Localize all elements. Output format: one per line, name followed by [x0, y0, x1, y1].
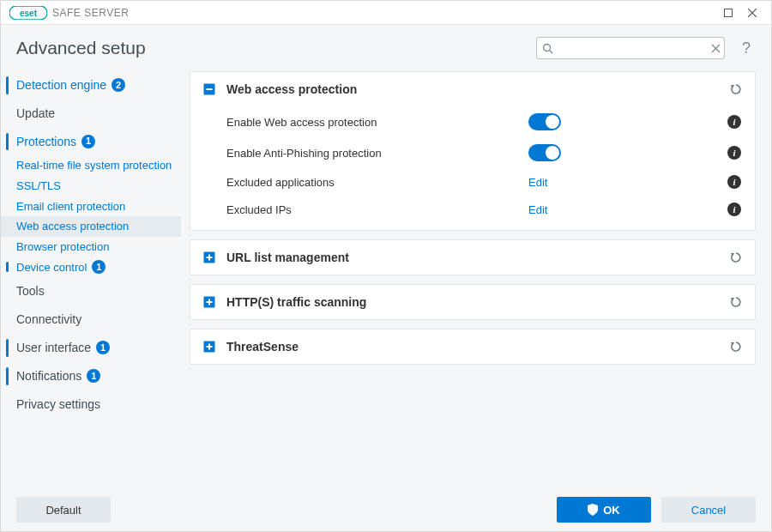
- sidebar-item-notifications[interactable]: Notifications1: [1, 362, 181, 390]
- panel-url-list-management: URL list management: [190, 239, 756, 275]
- sidebar-item-user-interface[interactable]: User interface1: [1, 334, 181, 362]
- sidebar-item-email-client-protection[interactable]: Email client protection: [1, 196, 181, 217]
- sidebar-item-label: Web access protection: [16, 220, 129, 233]
- expand-icon[interactable]: [202, 340, 216, 354]
- svg-rect-2: [725, 9, 733, 16]
- svg-text:eset: eset: [20, 9, 38, 18]
- sidebar-item-device-control[interactable]: Device control1: [1, 257, 181, 277]
- sidebar-item-label: Device control: [16, 261, 87, 275]
- sidebar-item-tools[interactable]: Tools: [1, 277, 181, 305]
- sidebar-item-label: Notifications: [16, 369, 81, 384]
- brand: eset SAFE SERVER: [9, 6, 129, 20]
- setting-label: Enable Anti-Phishing protection: [226, 147, 520, 160]
- panel-title: URL list management: [226, 251, 719, 264]
- sidebar-item-update[interactable]: Update: [1, 100, 181, 128]
- sidebar-item-label: Tools: [16, 284, 45, 299]
- clear-search-icon[interactable]: [711, 44, 721, 53]
- setting-row-enable-anti-phishing-protection: Enable Anti-Phishing protectioni: [226, 137, 743, 168]
- info-icon[interactable]: i: [727, 146, 741, 160]
- setting-row-enable-web-access-protection: Enable Web access protectioni: [226, 106, 743, 137]
- panel-title: ThreatSense: [226, 340, 719, 354]
- sidebar-item-badge: 1: [81, 135, 95, 148]
- svg-line-6: [550, 50, 553, 53]
- title-bar: eset SAFE SERVER: [1, 1, 771, 25]
- edit-link-excluded-ips[interactable]: Edit: [528, 203, 547, 216]
- sidebar-item-label: Real-time file system protection: [16, 159, 172, 172]
- sidebar-item-connectivity[interactable]: Connectivity: [1, 305, 181, 334]
- eset-logo-icon: eset: [9, 6, 47, 20]
- shield-icon: [588, 504, 598, 516]
- panel-title: HTTP(S) traffic scanning: [226, 295, 719, 309]
- toggle-enable-web-access-protection[interactable]: [528, 113, 561, 130]
- revert-icon[interactable]: [729, 295, 743, 309]
- expand-icon[interactable]: [202, 295, 216, 309]
- revert-icon[interactable]: [729, 340, 743, 354]
- panel-body: Enable Web access protectioniEnable Anti…: [190, 106, 755, 230]
- setting-label: Enable Web access protection: [226, 116, 520, 129]
- info-icon[interactable]: i: [727, 203, 741, 216]
- sidebar-item-real-time-file-system-protection[interactable]: Real-time file system protection: [1, 155, 181, 176]
- header-row: Advanced setup ?: [1, 25, 771, 64]
- sidebar-item-label: Connectivity: [16, 312, 81, 327]
- ok-button[interactable]: OK: [557, 497, 651, 523]
- setting-label: Excluded applications: [226, 176, 520, 189]
- sidebar-item-label: SSL/TLS: [16, 179, 61, 193]
- collapse-icon[interactable]: [202, 82, 216, 96]
- sidebar-item-label: Protections: [16, 135, 76, 149]
- sidebar-item-badge: 1: [92, 260, 106, 274]
- sidebar-item-ssl-tls[interactable]: SSL/TLS: [1, 176, 181, 196]
- search-input[interactable]: [558, 41, 706, 56]
- sidebar-item-label: Update: [16, 106, 55, 121]
- footer: Default OK Cancel: [1, 488, 771, 531]
- sidebar-item-privacy-settings[interactable]: Privacy settings: [1, 390, 181, 419]
- search-icon: [542, 43, 553, 54]
- search-field[interactable]: [536, 37, 725, 59]
- sidebar-item-label: Privacy settings: [16, 397, 100, 412]
- content-area: Web access protectionEnable Web access p…: [181, 68, 771, 488]
- setting-row-excluded-applications: Excluded applicationsEditi: [226, 168, 743, 196]
- sidebar-item-badge: 1: [87, 369, 100, 383]
- ok-button-label: OK: [603, 504, 620, 517]
- panel-web-access-protection: Web access protectionEnable Web access p…: [190, 71, 756, 231]
- toggle-enable-anti-phishing-protection[interactable]: [528, 144, 561, 161]
- info-icon[interactable]: i: [727, 115, 741, 129]
- panel-header-web-access-protection[interactable]: Web access protection: [190, 72, 755, 106]
- window-close-button[interactable]: [740, 4, 764, 21]
- help-button[interactable]: ?: [737, 39, 756, 57]
- sidebar-item-detection-engine[interactable]: Detection engine2: [1, 71, 181, 100]
- sidebar-item-web-access-protection[interactable]: Web access protection: [1, 216, 181, 237]
- sidebar-item-label: Detection engine: [16, 78, 106, 93]
- window-maximize-button[interactable]: [716, 4, 740, 21]
- panel-title: Web access protection: [226, 82, 719, 96]
- revert-icon[interactable]: [729, 251, 743, 264]
- info-icon[interactable]: i: [727, 175, 741, 189]
- default-button[interactable]: Default: [16, 497, 111, 523]
- sidebar-item-badge: 1: [96, 341, 110, 354]
- sidebar-item-browser-protection[interactable]: Browser protection: [1, 237, 181, 257]
- panel-header-http-s-traffic-scanning[interactable]: HTTP(S) traffic scanning: [190, 285, 755, 319]
- revert-icon[interactable]: [729, 82, 743, 96]
- page-title: Advanced setup: [16, 38, 524, 58]
- sidebar: Detection engine2UpdateProtections1Real-…: [1, 68, 181, 488]
- product-name: SAFE SERVER: [52, 7, 129, 19]
- sidebar-item-badge: 2: [112, 78, 125, 92]
- expand-icon[interactable]: [202, 251, 216, 264]
- sidebar-item-label: Email client protection: [16, 200, 125, 214]
- svg-point-5: [544, 44, 551, 51]
- panel-http-s-traffic-scanning: HTTP(S) traffic scanning: [190, 284, 756, 320]
- sidebar-item-label: User interface: [16, 341, 91, 355]
- setting-row-excluded-ips: Excluded IPsEditi: [226, 196, 743, 223]
- cancel-button[interactable]: Cancel: [661, 497, 756, 523]
- edit-link-excluded-applications[interactable]: Edit: [528, 176, 547, 189]
- panel-header-threatsense[interactable]: ThreatSense: [190, 329, 755, 364]
- panel-threatsense: ThreatSense: [190, 329, 756, 365]
- setting-label: Excluded IPs: [226, 203, 520, 216]
- sidebar-item-protections[interactable]: Protections1: [1, 128, 181, 156]
- sidebar-item-label: Browser protection: [16, 240, 109, 254]
- panel-header-url-list-management[interactable]: URL list management: [190, 240, 755, 275]
